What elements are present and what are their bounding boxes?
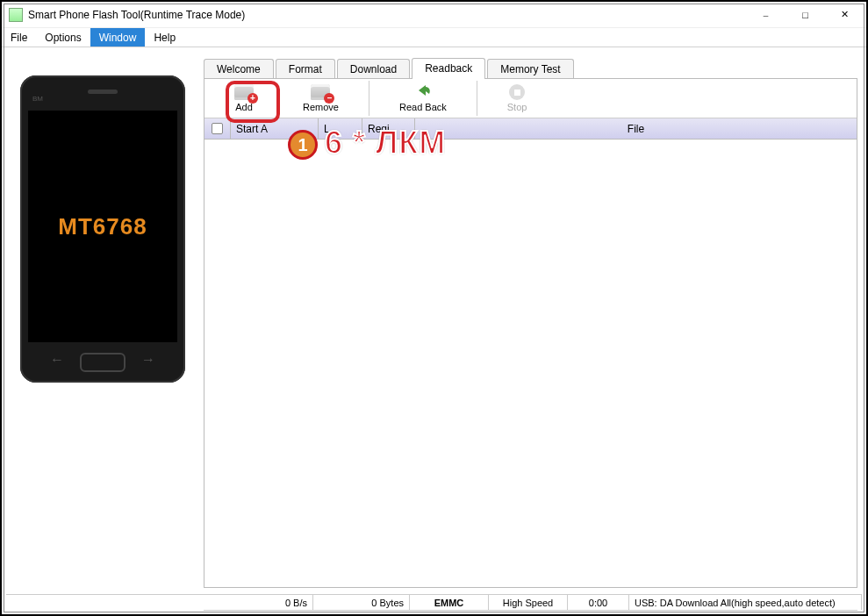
database-add-icon: +	[234, 84, 254, 100]
phone-home-button	[80, 353, 126, 372]
phone-illustration: BM MT6768 ← →	[20, 75, 185, 383]
phone-speaker	[88, 90, 118, 94]
status-storage: EMMC	[410, 595, 489, 610]
add-label: Add	[235, 102, 253, 112]
col-checkbox[interactable]	[204, 118, 231, 139]
phone-back-icon: ←	[50, 352, 64, 368]
stop-button[interactable]: Stop	[483, 81, 552, 116]
status-time: 0:00	[568, 595, 629, 610]
chip-label: MT6768	[58, 213, 147, 240]
remove-label: Remove	[303, 102, 339, 112]
stop-label: Stop	[507, 102, 527, 112]
statusbar: 0 B/s 0 Bytes EMMC High Speed 0:00 USB: …	[6, 594, 862, 610]
arrow-back-icon	[413, 84, 433, 100]
tab-download[interactable]: Download	[337, 59, 410, 79]
table-body[interactable]	[204, 140, 857, 587]
phone-panel: BM MT6768 ← →	[11, 58, 195, 614]
status-speed: 0 B/s	[217, 595, 313, 610]
annotation-badge-1: 1	[288, 130, 318, 160]
status-usb: USB: DA Download All(high speed,auto det…	[629, 595, 862, 610]
col-file[interactable]: File	[415, 118, 857, 139]
readback-button[interactable]: Read Back	[375, 81, 471, 116]
tabs: Welcome Format Download Readback Memory …	[204, 58, 857, 79]
status-bytes: 0 Bytes	[313, 595, 410, 610]
annotation-text: 6 * ЛКМ	[325, 125, 446, 161]
add-button[interactable]: + Add	[210, 81, 278, 116]
tab-format[interactable]: Format	[276, 59, 335, 79]
stop-icon	[509, 84, 525, 100]
remove-button[interactable]: – Remove	[278, 81, 363, 116]
phone-screen: MT6768	[28, 111, 177, 342]
database-remove-icon: –	[311, 84, 330, 100]
tab-welcome[interactable]: Welcome	[204, 59, 274, 79]
toolbar: + Add – Remove Read Back	[204, 79, 857, 118]
tab-memory-test[interactable]: Memory Test	[487, 59, 573, 79]
phone-brand-mark: BM	[32, 95, 43, 103]
status-mode: High Speed	[489, 595, 568, 610]
phone-menu-icon: →	[141, 352, 155, 368]
tab-readback[interactable]: Readback	[412, 58, 485, 79]
checkbox-icon[interactable]	[212, 123, 223, 134]
readback-label: Read Back	[399, 102, 447, 112]
status-lead	[6, 595, 217, 610]
